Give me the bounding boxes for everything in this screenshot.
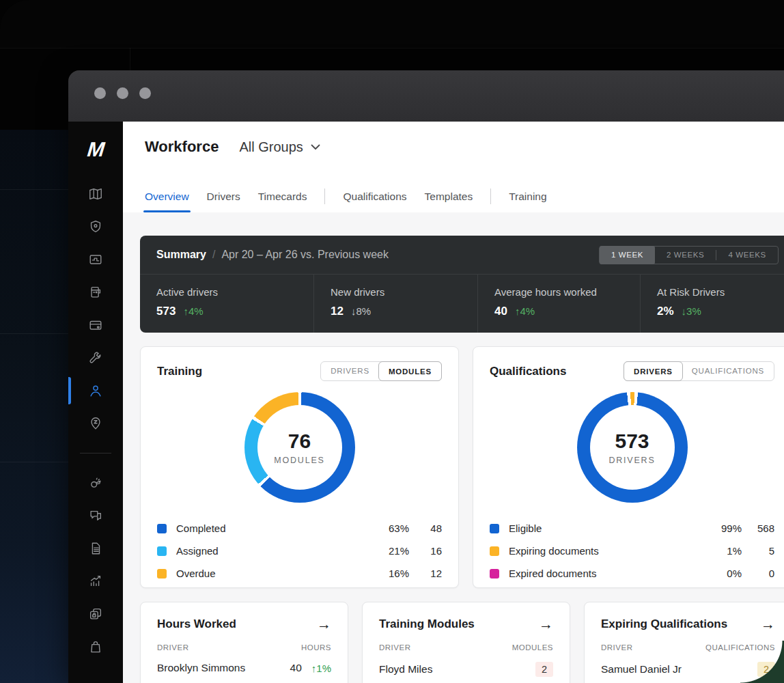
legend-row-assigned: Assigned 21% 16: [157, 540, 442, 562]
sidebar-item-messages[interactable]: [68, 499, 123, 532]
stat-at-risk-drivers: At Risk Drivers 2%↓3%: [640, 275, 784, 333]
wrench-icon: [88, 350, 103, 365]
week-range-toggle: 1 WEEK 2 WEEKS 4 WEEKS: [599, 246, 779, 264]
page-title: Workforce: [145, 138, 219, 156]
table-row[interactable]: Brooklyn Simmons 40↑1%: [157, 662, 331, 674]
driver-name: Samuel Daniel Jr: [601, 663, 682, 675]
sidebar-item-reports[interactable]: [68, 565, 123, 598]
tab-divider: [324, 189, 325, 204]
trend-down: ↓3%: [682, 305, 701, 317]
sidebar-item-safety[interactable]: [68, 210, 123, 243]
trend-up: ↑4%: [515, 305, 535, 317]
tab-bar: Overview Drivers Timecards Qualification…: [145, 189, 547, 212]
background-divider: [130, 48, 130, 71]
eld-device-icon: [88, 285, 103, 300]
sidebar-item-workforce[interactable]: [68, 374, 123, 407]
window-controls: [94, 87, 151, 99]
decorative-corner-wave: [740, 641, 784, 683]
column-header-driver: DRIVER: [601, 643, 632, 652]
sidebar-item-map[interactable]: [68, 178, 123, 210]
group-selector[interactable]: All Groups: [239, 139, 320, 155]
column-header-modules: MODULES: [512, 643, 553, 652]
training-legend: Completed 63% 48 Assigned 21% 16: [157, 517, 442, 585]
person-icon: [88, 383, 103, 398]
range-1-week[interactable]: 1 WEEK: [600, 246, 655, 264]
dashcam-icon: [88, 252, 103, 267]
samsara-logo: M: [68, 122, 123, 178]
sidebar-item-coaching[interactable]: [68, 466, 123, 499]
column-header-hours: HOURS: [301, 643, 331, 652]
training-view-toggle: DRIVERS MODULES: [320, 361, 442, 381]
sidebar-item-dashcam[interactable]: [68, 243, 123, 276]
legend-swatch: [490, 546, 499, 556]
range-4-weeks[interactable]: 4 WEEKS: [716, 247, 777, 264]
training-card: Training DRIVERS MODULES 76 MODULES: [140, 346, 459, 588]
sidebar-item-eld[interactable]: [68, 276, 123, 309]
card-title: Qualifications: [490, 365, 566, 378]
legend-swatch: [157, 569, 167, 579]
column-header-driver: DRIVER: [157, 643, 188, 652]
tab-training[interactable]: Training: [509, 191, 546, 212]
legend-swatch: [490, 569, 499, 579]
browser-window: M: [68, 70, 784, 683]
donut-center-label: DRIVERS: [608, 456, 655, 465]
shopping-bag-icon: [88, 639, 103, 654]
stat-new-drivers: New drivers 12↓8%: [313, 275, 477, 333]
arrow-right-icon[interactable]: →: [317, 617, 331, 631]
tab-timecards[interactable]: Timecards: [258, 191, 307, 212]
browser-titlebar: [68, 70, 784, 122]
trend-up: ↑1%: [311, 663, 331, 674]
sidebar-item-maintenance[interactable]: [68, 342, 123, 374]
window-close-button[interactable]: [94, 87, 106, 99]
sidebar-item-documents[interactable]: [68, 532, 123, 565]
trend-chart-icon: [88, 574, 103, 589]
training-toggle-drivers[interactable]: DRIVERS: [321, 362, 379, 380]
qualifications-toggle-drivers[interactable]: DRIVERS: [624, 361, 683, 381]
document-icon: [88, 541, 103, 556]
background-divider: [0, 48, 784, 48]
hours-worked-card: Hours Worked → DRIVER HOURS Brooklyn Sim…: [140, 602, 348, 683]
modules-count-badge: 2: [535, 662, 553, 677]
stat-active-drivers: Active drivers 573↑4%: [140, 275, 313, 333]
whistle-icon: [88, 475, 103, 490]
donut-center-value: 76: [288, 430, 311, 453]
location-pin-icon: [88, 416, 103, 431]
sidebar-item-devices[interactable]: [68, 598, 123, 630]
qualifications-toggle-qualifications[interactable]: QUALIFICATIONS: [682, 362, 774, 380]
qualifications-card: Qualifications DRIVERS QUALIFICATIONS 57…: [473, 346, 784, 588]
tab-drivers[interactable]: Drivers: [207, 191, 240, 212]
column-header-driver: DRIVER: [379, 643, 410, 652]
summary-date-range: Apr 20 – Apr 26 vs. Previous week: [221, 249, 389, 261]
sidebar-divider: [80, 453, 111, 454]
sidebar-item-payments[interactable]: [68, 309, 123, 342]
legend-row-expired-documents: Expired documents 0% 0: [490, 562, 774, 585]
summary-panel: Summary / Apr 20 – Apr 26 vs. Previous w…: [140, 236, 784, 333]
training-modules-card: Training Modules → DRIVER MODULES Floyd …: [362, 602, 570, 683]
map-icon: [88, 186, 103, 201]
window-zoom-button[interactable]: [139, 87, 151, 99]
devices-lock-icon: [88, 607, 103, 622]
tab-divider: [490, 189, 491, 204]
arrow-right-icon[interactable]: →: [761, 617, 775, 631]
legend-row-expiring-documents: Expiring documents 1% 5: [490, 540, 774, 562]
qualifications-donut-chart: 573 DRIVERS: [577, 392, 688, 503]
driver-name: Floyd Miles: [379, 663, 432, 675]
training-toggle-modules[interactable]: MODULES: [378, 361, 442, 381]
stat-average-hours: Average hours worked 40↑4%: [477, 275, 640, 333]
page-background: [0, 0, 784, 48]
legend-swatch: [157, 524, 167, 533]
chat-bubbles-icon: [88, 508, 103, 523]
trend-down: ↓8%: [351, 305, 371, 317]
arrow-right-icon[interactable]: →: [539, 617, 553, 631]
range-2-weeks[interactable]: 2 WEEKS: [655, 247, 716, 264]
sidebar-item-marketplace[interactable]: [68, 630, 123, 663]
summary-title: Summary: [156, 249, 206, 261]
sidebar-item-compliance[interactable]: [68, 407, 123, 440]
legend-swatch: [157, 546, 167, 556]
window-minimize-button[interactable]: [117, 87, 128, 99]
tab-qualifications[interactable]: Qualifications: [343, 191, 406, 212]
table-row[interactable]: Floyd Miles 2: [379, 662, 553, 677]
tab-templates[interactable]: Templates: [425, 191, 473, 212]
chevron-down-icon: [311, 144, 320, 150]
tab-overview[interactable]: Overview: [145, 191, 189, 212]
